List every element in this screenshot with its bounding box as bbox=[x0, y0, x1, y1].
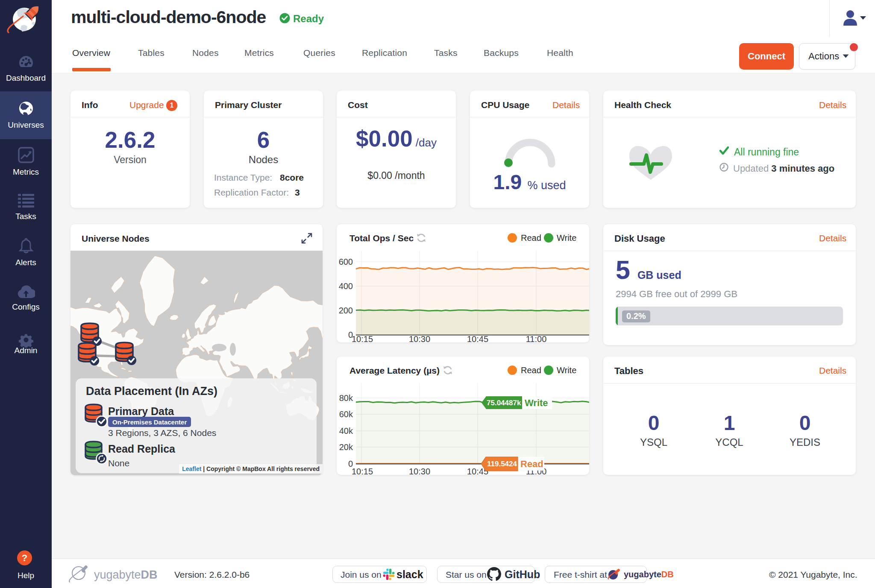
svg-text:10:15: 10:15 bbox=[352, 467, 373, 475]
svg-text:119.5424: 119.5424 bbox=[487, 460, 517, 468]
svg-text:10:15: 10:15 bbox=[352, 334, 373, 342]
svg-text:Write: Write bbox=[525, 398, 548, 408]
svg-text:11:00: 11:00 bbox=[526, 334, 547, 342]
svg-text:Read: Read bbox=[520, 459, 543, 469]
svg-text:10:45: 10:45 bbox=[467, 334, 488, 342]
svg-text:60k: 60k bbox=[339, 410, 353, 419]
svg-text:400: 400 bbox=[339, 281, 353, 291]
svg-text:40k: 40k bbox=[339, 426, 353, 436]
svg-text:20k: 20k bbox=[339, 442, 353, 452]
svg-text:10:30: 10:30 bbox=[409, 467, 430, 475]
svg-text:80k: 80k bbox=[339, 393, 353, 403]
svg-text:?: ? bbox=[22, 553, 27, 563]
svg-text:600: 600 bbox=[339, 257, 353, 266]
svg-text:200: 200 bbox=[339, 306, 353, 315]
svg-text:75.04487k: 75.04487k bbox=[487, 399, 521, 407]
svg-text:10:30: 10:30 bbox=[409, 334, 430, 342]
